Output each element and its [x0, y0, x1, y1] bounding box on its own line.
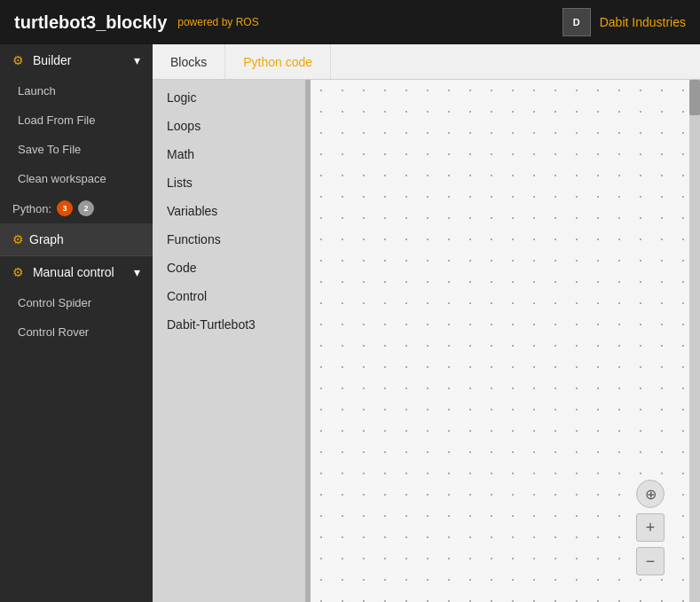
main-layout: ⚙ Builder ▾ Launch Load From File Save T…	[0, 44, 700, 602]
topbar: turtlebot3_blockly powered by ROS D Dabi…	[0, 0, 700, 44]
zoom-controls: ⊕ + −	[636, 480, 665, 575]
block-category-control[interactable]: Control	[153, 282, 305, 310]
tab-python-code[interactable]: Python code	[225, 44, 331, 79]
sidebar-item-save-to-file[interactable]: Save To File	[0, 135, 153, 164]
sidebar-item-control-spider[interactable]: Control Spider	[0, 288, 153, 317]
block-category-logic[interactable]: Logic	[153, 83, 305, 112]
manual-chevron-icon: ▾	[134, 265, 140, 279]
builder-label: ⚙ Builder	[12, 53, 71, 67]
control-label: Control	[167, 289, 207, 303]
topbar-right: D Dabit Industries	[562, 8, 686, 36]
tabs-row: Blocks Python code	[153, 44, 700, 80]
block-category-functions[interactable]: Functions	[153, 225, 305, 254]
company-logo: D	[562, 8, 591, 36]
launch-label: Launch	[18, 84, 56, 98]
powered-by-label: powered by ROS	[177, 16, 258, 28]
block-category-list: Logic Loops Math Lists Variables Functio…	[153, 80, 305, 602]
content-area: Blocks Python code Logic Loops Math L	[153, 44, 700, 602]
builder-chevron-icon: ▾	[134, 53, 140, 67]
python-toggle-row: Python: 3 2	[0, 193, 153, 223]
tab-blocks-label: Blocks	[170, 55, 207, 69]
zoom-out-button[interactable]: −	[636, 547, 665, 575]
minus-icon: −	[646, 552, 656, 571]
block-category-code[interactable]: Code	[153, 254, 305, 282]
python-toggle-orange[interactable]: 3	[57, 200, 73, 216]
python-toggle-gray[interactable]: 2	[78, 200, 94, 216]
variables-label: Variables	[167, 204, 217, 218]
workspace: Logic Loops Math Lists Variables Functio…	[153, 80, 700, 602]
graph-icon: ⚙	[12, 232, 24, 246]
scrollbar-thumb[interactable]	[689, 80, 700, 115]
builder-icon: ⚙	[12, 53, 24, 67]
sidebar-item-launch[interactable]: Launch	[0, 76, 153, 106]
control-rover-label: Control Rover	[18, 325, 89, 339]
lists-label: Lists	[167, 176, 193, 190]
sidebar-item-graph[interactable]: ⚙ Graph	[0, 223, 153, 255]
load-from-file-label: Load From File	[18, 113, 95, 127]
block-category-dabit-turtlebot3[interactable]: Dabit-Turtlebot3	[153, 310, 305, 339]
math-label: Math	[167, 147, 194, 161]
dabit-turtlebot3-label: Dabit-Turtlebot3	[167, 317, 256, 332]
plus-icon: +	[646, 519, 656, 537]
crosshair-icon: ⊕	[645, 486, 657, 503]
zoom-in-button[interactable]: +	[636, 513, 665, 542]
tab-python-code-label: Python code	[243, 55, 312, 69]
python-count-gray: 2	[84, 204, 89, 213]
builder-section-header[interactable]: ⚙ Builder ▾	[0, 44, 153, 76]
vertical-scrollbar[interactable]	[689, 80, 700, 602]
manual-control-label-wrap: ⚙ Manual control	[12, 265, 114, 279]
control-spider-label: Control Spider	[18, 296, 91, 309]
zoom-center-button[interactable]: ⊕	[636, 480, 665, 508]
block-category-loops[interactable]: Loops	[153, 112, 305, 140]
sidebar-item-load-from-file[interactable]: Load From File	[0, 106, 153, 135]
company-logo-text: D	[573, 17, 580, 27]
sidebar: ⚙ Builder ▾ Launch Load From File Save T…	[0, 44, 153, 602]
tab-blocks[interactable]: Blocks	[153, 44, 225, 79]
save-to-file-label: Save To File	[18, 143, 81, 156]
block-category-lists[interactable]: Lists	[153, 168, 305, 197]
python-label: Python:	[12, 202, 51, 215]
logic-label: Logic	[167, 90, 196, 105]
block-category-variables[interactable]: Variables	[153, 197, 305, 225]
topbar-left: turtlebot3_blockly powered by ROS	[14, 12, 259, 33]
company-name: Dabit Industries	[600, 15, 686, 29]
sidebar-item-control-rover[interactable]: Control Rover	[0, 317, 153, 347]
graph-label: Graph	[29, 232, 64, 246]
canvas-area[interactable]: ⊕ + −	[311, 80, 700, 602]
functions-label: Functions	[167, 232, 221, 246]
builder-label-text: Builder	[33, 53, 72, 67]
manual-icon: ⚙	[12, 265, 24, 279]
python-count-orange: 3	[63, 204, 67, 213]
code-label: Code	[167, 261, 196, 275]
manual-control-label: Manual control	[33, 265, 114, 279]
sidebar-item-clean-workspace[interactable]: Clean workspace	[0, 164, 153, 193]
app-title: turtlebot3_blockly	[14, 12, 167, 33]
clean-workspace-label: Clean workspace	[18, 172, 106, 185]
block-category-math[interactable]: Math	[153, 140, 305, 168]
loops-label: Loops	[167, 119, 201, 133]
manual-control-header[interactable]: ⚙ Manual control ▾	[0, 256, 153, 288]
